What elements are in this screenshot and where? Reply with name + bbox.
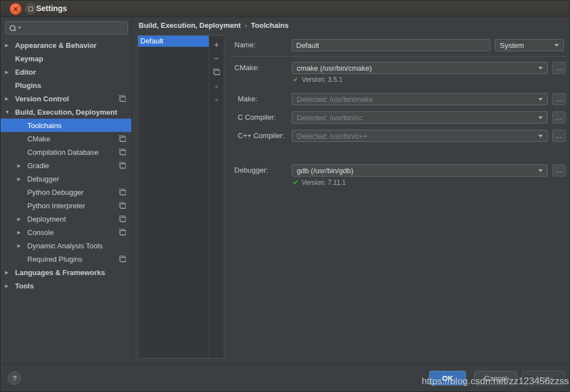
- search-options-caret-icon[interactable]: [18, 27, 21, 29]
- chevron-collapsed-icon[interactable]: ▶: [17, 177, 27, 182]
- sidebar-item-keymap[interactable]: Keymap: [1, 52, 131, 65]
- project-settings-icon: [119, 256, 126, 262]
- cancel-button[interactable]: Cancel: [474, 371, 517, 385]
- toolchain-list-panel: Default +−▲▼: [137, 35, 224, 359]
- cpp-compiler-dropdown[interactable]: Detected: /usr/bin/c++: [292, 130, 548, 142]
- c-compiler-dropdown[interactable]: Detected: /usr/bin/cc: [292, 111, 548, 124]
- chevron-collapsed-icon[interactable]: ▶: [5, 43, 15, 48]
- breadcrumb-separator: ›: [240, 21, 250, 30]
- maximize-button[interactable]: [25, 3, 36, 14]
- chevron-down-icon: [538, 169, 543, 172]
- toolchain-list: Default: [138, 36, 209, 358]
- settings-search-box[interactable]: [5, 21, 128, 35]
- sidebar-item-label: Compilation Database: [27, 148, 99, 156]
- sidebar-item-label: Python Debugger: [27, 188, 83, 197]
- debugger-version-text: Version: 7.11.1: [302, 179, 346, 187]
- make-dropdown[interactable]: Detected: /usr/bin/make: [292, 93, 548, 105]
- sidebar-item-appearance-behavior[interactable]: ▶Appearance & Behavior: [1, 38, 131, 52]
- maximize-icon: [28, 7, 33, 11]
- remove-button[interactable]: −: [211, 52, 222, 64]
- sidebar-item-label: Editor: [15, 68, 36, 76]
- cmake-dropdown-value: cmake (/usr/bin/cmake): [297, 64, 372, 72]
- sidebar-item-label: Keymap: [15, 55, 43, 63]
- toolchain-toolbar: +−▲▼: [209, 36, 224, 358]
- sidebar-item-label: Tools: [15, 282, 34, 290]
- check-icon: ✔: [293, 179, 298, 187]
- chevron-collapsed-icon[interactable]: ▶: [17, 230, 27, 235]
- sidebar-item-python-debugger[interactable]: Python Debugger: [1, 185, 131, 199]
- cmake-browse-button[interactable]: ...: [552, 62, 566, 74]
- debugger-dropdown-value: gdb (/usr/bin/gdb): [297, 166, 353, 175]
- project-settings-icon: [119, 202, 126, 209]
- sidebar-item-debugger[interactable]: ▶Debugger: [1, 172, 131, 185]
- search-input[interactable]: [24, 24, 124, 32]
- project-settings-icon: [119, 162, 126, 169]
- move-up-button: ▲: [211, 80, 222, 92]
- sidebar-item-label: Toolchains: [27, 121, 61, 130]
- chevron-collapsed-icon[interactable]: ▶: [5, 270, 15, 275]
- debugger-label: Debugger:: [234, 166, 268, 175]
- sidebar-item-tools[interactable]: ▶Tools: [1, 279, 131, 292]
- cpp-compiler-dropdown-value: Detected: /usr/bin/c++: [297, 132, 367, 140]
- settings-content: Build, Execution, Deployment›Toolchains …: [132, 17, 569, 364]
- system-dropdown-value: System: [500, 41, 524, 50]
- project-settings-icon: [119, 229, 126, 236]
- sidebar-item-label: Languages & Frameworks: [15, 268, 105, 277]
- chevron-collapsed-icon[interactable]: ▶: [17, 163, 27, 168]
- sidebar-item-plugins[interactable]: Plugins: [1, 79, 131, 92]
- debugger-browse-button[interactable]: ...: [552, 164, 566, 177]
- window-title: Settings: [36, 4, 67, 13]
- close-button[interactable]: ✕: [9, 3, 22, 15]
- chevron-down-icon: [538, 135, 543, 138]
- cmake-dropdown[interactable]: cmake (/usr/bin/cmake): [292, 62, 548, 74]
- chevron-collapsed-icon[interactable]: ▶: [5, 283, 15, 288]
- chevron-collapsed-icon[interactable]: ▶: [17, 217, 27, 222]
- debugger-dropdown[interactable]: gdb (/usr/bin/gdb): [292, 164, 548, 177]
- breadcrumb-parent[interactable]: Build, Execution, Deployment: [139, 21, 240, 30]
- breadcrumb: Build, Execution, Deployment›Toolchains: [139, 21, 288, 30]
- chevron-collapsed-icon[interactable]: ▶: [5, 96, 15, 101]
- sidebar-item-gradle[interactable]: ▶Gradle: [1, 159, 131, 172]
- copy-button[interactable]: [211, 66, 222, 78]
- sidebar-item-editor[interactable]: ▶Editor: [1, 65, 131, 79]
- sidebar-item-label: Appearance & Behavior: [15, 41, 97, 50]
- sidebar-item-label: Version Control: [15, 95, 69, 103]
- sidebar-item-deployment[interactable]: ▶Deployment: [1, 212, 131, 226]
- sidebar-item-console[interactable]: ▶Console: [1, 226, 131, 239]
- project-settings-icon: [119, 95, 126, 102]
- chevron-expanded-icon[interactable]: ▼: [5, 110, 15, 115]
- sidebar-item-required-plugins[interactable]: Required Plugins: [1, 252, 131, 266]
- cmake-version-text: Version: 3.5.1: [302, 76, 342, 84]
- sidebar-item-compilation-database[interactable]: Compilation Database: [1, 145, 131, 159]
- sidebar-item-label: Build, Execution, Deployment: [15, 108, 117, 116]
- name-label: Name:: [234, 41, 255, 50]
- sidebar-item-version-control[interactable]: ▶Version Control: [1, 92, 131, 105]
- sidebar-item-label: Debugger: [27, 175, 59, 183]
- sidebar-item-label: Plugins: [15, 81, 41, 90]
- sidebar-item-languages-frameworks[interactable]: ▶Languages & Frameworks: [1, 266, 131, 279]
- make-browse-button[interactable]: ...: [552, 93, 566, 105]
- toolchain-item-default[interactable]: Default: [138, 36, 209, 47]
- sidebar-item-build-execution-deployment[interactable]: ▼Build, Execution, Deployment: [1, 105, 131, 119]
- chevron-collapsed-icon[interactable]: ▶: [5, 70, 15, 75]
- cpp-compiler-label: C++ Compiler:: [238, 131, 284, 140]
- sidebar-item-python-interpreter[interactable]: Python Interpreter: [1, 199, 131, 212]
- sidebar-item-dynamic-analysis-tools[interactable]: ▶Dynamic Analysis Tools: [1, 239, 131, 252]
- chevron-collapsed-icon[interactable]: ▶: [17, 243, 27, 248]
- cpp-compiler-browse-button[interactable]: ...: [552, 130, 566, 142]
- help-button[interactable]: ?: [8, 371, 21, 385]
- move-down-button: ▼: [211, 94, 222, 106]
- c-compiler-dropdown-value: Detected: /usr/bin/cc: [297, 114, 363, 122]
- breadcrumb-current: Toolchains: [251, 21, 289, 30]
- cmake-version-row: ✔ Version: 3.5.1: [293, 76, 342, 84]
- add-button[interactable]: +: [211, 38, 222, 50]
- sidebar-item-toolchains[interactable]: Toolchains: [1, 119, 131, 132]
- settings-window: ✕ Settings ▶Appearance & BehaviorKeymap▶…: [0, 0, 570, 392]
- apply-button: Apply: [522, 371, 565, 385]
- ok-button[interactable]: OK: [429, 371, 466, 385]
- name-field[interactable]: [292, 39, 490, 51]
- chevron-down-icon: [538, 98, 543, 101]
- sidebar-item-cmake[interactable]: CMake: [1, 132, 131, 145]
- c-compiler-browse-button[interactable]: ...: [552, 111, 566, 124]
- system-dropdown[interactable]: System: [495, 39, 564, 51]
